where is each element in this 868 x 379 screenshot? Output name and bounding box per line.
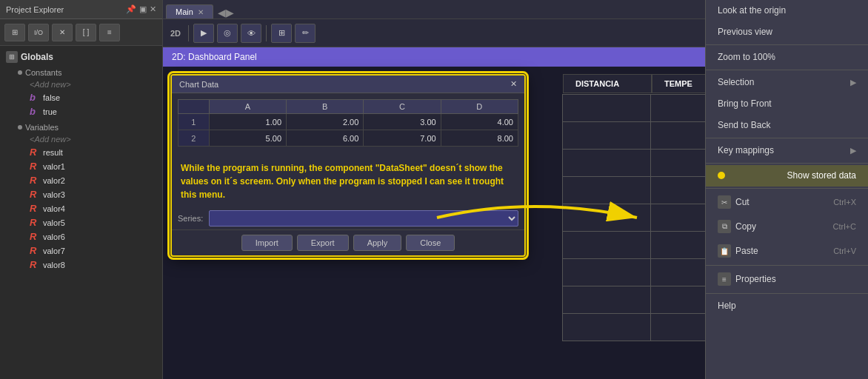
pe-dock-icon[interactable]: ▣ (139, 4, 147, 14)
cm-send-back[interactable]: Send to Back (706, 115, 868, 136)
cm-properties[interactable]: ≡ Properties (706, 267, 868, 292)
tree-item-valor7[interactable]: R valor7 (12, 244, 162, 258)
tree-item-valor5[interactable]: R valor5 (12, 215, 162, 229)
valor3-type-icon: R (30, 189, 40, 200)
sheet-col-d: D (441, 100, 518, 114)
sheet-cell-1d[interactable]: 4.00 (441, 114, 518, 130)
constants-add-new[interactable]: <Add new> (12, 78, 162, 90)
series-select[interactable] (209, 210, 518, 227)
cm-sep7 (706, 293, 868, 294)
valor5-label: valor5 (43, 218, 65, 227)
toolbar-sep1 (188, 25, 189, 41)
chart-dialog-title: Chart Data (179, 80, 218, 89)
pe-close-icon[interactable]: ✕ (150, 4, 156, 14)
chart-dialog-body: A B C D 1 1.00 2.00 3.00 4.00 (172, 93, 524, 152)
cm-paste[interactable]: 📋 Paste Ctrl+V (706, 239, 868, 264)
cm-key-mappings[interactable]: Key mappings ▶ (706, 140, 868, 161)
tb-pen-btn[interactable]: ✏ (295, 24, 316, 43)
sheet-cell-1a[interactable]: 1.00 (209, 114, 286, 130)
cm-selection[interactable]: Selection ▶ (706, 72, 868, 93)
sheet-cell-2a[interactable]: 5.00 (209, 130, 286, 147)
tree-item-valor4[interactable]: R valor4 (12, 201, 162, 215)
tb-grid-btn[interactable]: ⊞ (271, 24, 292, 43)
valor2-label: valor2 (43, 176, 65, 185)
valor2-type-icon: R (30, 175, 40, 186)
tb-target-btn[interactable]: ◎ (217, 24, 238, 43)
tree-item-true[interactable]: b true (12, 104, 162, 118)
cm-paste-row: 📋 Paste (718, 244, 758, 258)
cm-copy[interactable]: ⧉ Copy Ctrl+C (706, 215, 868, 239)
cm-send-back-label: Send to Back (718, 120, 770, 130)
pe-tool-lines[interactable]: ≡ (99, 24, 120, 41)
tree-item-result[interactable]: R result (12, 145, 162, 159)
cm-zoom-100[interactable]: Zoom to 100% (706, 47, 868, 68)
pe-tool-x[interactable]: ✕ (52, 24, 73, 41)
properties-icon: ≡ (718, 272, 731, 286)
close-button[interactable]: Close (406, 235, 455, 251)
sheet-cell-2b[interactable]: 6.00 (287, 130, 364, 147)
import-button[interactable]: Import (241, 235, 293, 251)
export-button[interactable]: Export (297, 235, 349, 251)
valor7-type-icon: R (30, 245, 40, 256)
chart-dialog-close-btn[interactable]: ✕ (510, 79, 517, 89)
constants-label[interactable]: Constants (12, 67, 162, 78)
valor7-label: valor7 (43, 246, 65, 255)
tab-main-close[interactable]: ✕ (198, 8, 204, 16)
pe-globals[interactable]: ⊞ Globals (0, 49, 162, 65)
tab-main[interactable]: Main ✕ (166, 4, 213, 19)
cm-look-at-origin[interactable]: Look at the origin (706, 0, 868, 21)
cm-sep2 (706, 70, 868, 70)
tree-item-valor6[interactable]: R valor6 (12, 229, 162, 244)
cm-sep5 (706, 188, 868, 189)
sheet-cell-2c[interactable]: 7.00 (364, 130, 441, 147)
false-label: false (43, 93, 60, 102)
sheet-col-c: C (364, 100, 441, 114)
cm-show-stored-data[interactable]: Show stored data (706, 165, 868, 187)
tree-item-false[interactable]: b false (12, 90, 162, 104)
cm-help[interactable]: Help (706, 295, 868, 317)
tree-item-valor1[interactable]: R valor1 (12, 159, 162, 173)
cm-selection-arrow: ▶ (850, 78, 856, 87)
tree-item-valor3[interactable]: R valor3 (12, 187, 162, 201)
tree-item-valor2[interactable]: R valor2 (12, 173, 162, 187)
constants-dot (18, 70, 22, 75)
bg-grid-row7 (563, 259, 710, 286)
valor4-type-icon: R (30, 203, 40, 214)
sheet-cell-2d[interactable]: 8.00 (441, 130, 518, 147)
cm-cut[interactable]: ✂ Cut Ctrl+X (706, 190, 868, 215)
variables-add-new[interactable]: <Add new> (12, 133, 162, 145)
col-tempe: TEMPE (652, 74, 711, 93)
pe-title: Project Explorer (6, 5, 64, 14)
tb-eye-btn[interactable]: 👁 (241, 24, 261, 43)
pe-tool-grid[interactable]: ⊞ (4, 24, 25, 41)
chart-sheet-grid: A B C D 1 1.00 2.00 3.00 4.00 (178, 99, 518, 147)
chart-dialog-note: While the program is running, the compon… (172, 152, 524, 207)
sheet-cell-1b[interactable]: 2.00 (287, 114, 364, 130)
sheet-col-a: A (209, 100, 286, 114)
pe-tree: ⊞ Globals Constants <Add new> b false b … (0, 46, 162, 379)
sheet-grid-header-row: A B C D (178, 100, 518, 114)
series-label: Series: (178, 214, 203, 223)
pe-tool-bracket[interactable]: [ ] (76, 24, 96, 41)
valor4-label: valor4 (43, 204, 65, 213)
pe-pin-icon[interactable]: 📌 (126, 4, 136, 14)
cm-bring-front[interactable]: Bring to Front (706, 93, 868, 115)
pe-toolbar: ⊞ I/O ✕ [ ] ≡ (0, 19, 162, 46)
cm-show-stored-data-label: Show stored data (787, 170, 856, 181)
chart-data-dialog: Chart Data ✕ A B C D (170, 74, 526, 257)
cm-key-mappings-arrow: ▶ (850, 146, 856, 155)
tab-nav-arrows[interactable]: ◀▶ (218, 7, 234, 19)
apply-button[interactable]: Apply (353, 235, 402, 251)
tree-item-valor8[interactable]: R valor8 (12, 258, 162, 272)
sheet-cell-1c[interactable]: 3.00 (364, 114, 441, 130)
tb-play-btn[interactable]: ▶ (193, 24, 214, 43)
bg-grid-row1 (563, 95, 710, 122)
tab-main-label: Main (176, 7, 193, 16)
cm-previous-view[interactable]: Previous view (706, 21, 868, 43)
project-explorer: Project Explorer 📌 ▣ ✕ ⊞ I/O ✕ [ ] ≡ ⊞ G… (0, 0, 163, 379)
chart-dialog-series-row: Series: (172, 207, 524, 229)
cm-key-mappings-label: Key mappings (718, 145, 774, 155)
pe-tool-io[interactable]: I/O (28, 24, 49, 41)
variables-label[interactable]: Variables (12, 121, 162, 133)
cm-sep3 (706, 138, 868, 138)
